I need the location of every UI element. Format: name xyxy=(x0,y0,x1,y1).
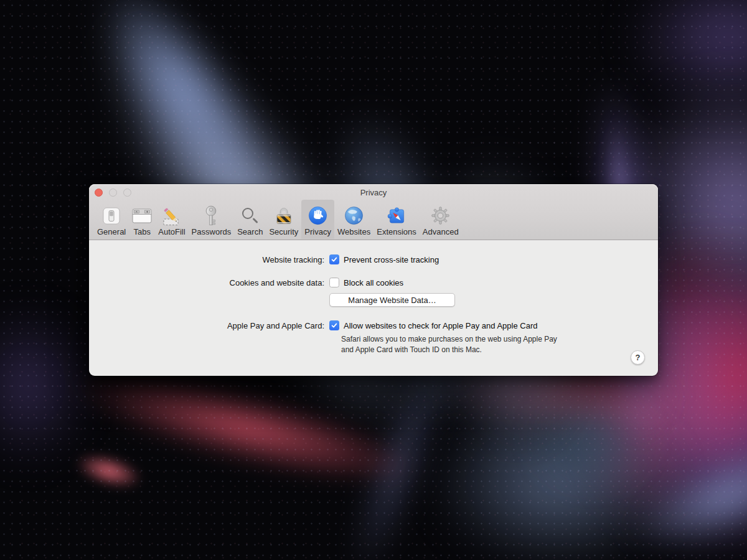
tab-autofill[interactable]: AutoFill xyxy=(155,200,188,239)
cookies-label: Cookies and website data: xyxy=(89,278,324,287)
tab-label: Security xyxy=(269,227,298,236)
tab-passwords[interactable]: Passwords xyxy=(189,200,235,239)
tab-privacy[interactable]: Privacy xyxy=(301,200,334,239)
allow-apple-pay-checkbox[interactable] xyxy=(329,320,339,330)
apple-pay-row: Apple Pay and Apple Card: Allow websites… xyxy=(89,320,658,330)
tabs-icon xyxy=(132,204,152,227)
tab-websites[interactable]: Websites xyxy=(334,200,374,239)
apple-pay-description: Safari allows you to make purchases on t… xyxy=(341,334,591,355)
tab-label: Search xyxy=(237,227,263,236)
prevent-cross-site-tracking-label[interactable]: Prevent cross-site tracking xyxy=(344,255,439,264)
tab-search[interactable]: Search xyxy=(234,200,266,239)
apple-pay-description-line: Safari allows you to make purchases on t… xyxy=(341,334,591,345)
allow-apple-pay-label[interactable]: Allow websites to check for Apple Pay an… xyxy=(344,321,537,330)
tab-general[interactable]: General xyxy=(94,200,129,239)
tab-label: General xyxy=(97,227,126,236)
window-titlebar[interactable]: Privacy xyxy=(89,184,658,200)
privacy-pane: Website tracking: Prevent cross-site tra… xyxy=(89,240,658,376)
manage-website-data-button[interactable]: Manage Website Data… xyxy=(329,293,455,307)
block-all-cookies-checkbox[interactable] xyxy=(329,278,339,287)
block-all-cookies-label[interactable]: Block all cookies xyxy=(344,278,403,287)
tab-security[interactable]: Security xyxy=(266,200,301,239)
search-icon xyxy=(241,204,260,227)
tab-label: Extensions xyxy=(377,227,416,236)
tab-label: Advanced xyxy=(423,227,459,236)
cookies-row: Cookies and website data: Block all cook… xyxy=(89,278,658,287)
tab-label: AutoFill xyxy=(158,227,185,236)
apple-pay-description-line: and Apple Card with Touch ID on this Mac… xyxy=(341,345,591,355)
extensions-icon xyxy=(387,204,406,227)
tab-label: Passwords xyxy=(192,227,232,236)
autofill-icon xyxy=(162,204,182,227)
window-title: Privacy xyxy=(89,184,658,200)
passwords-icon xyxy=(204,204,218,227)
prevent-cross-site-tracking-checkbox[interactable] xyxy=(329,254,339,264)
general-icon xyxy=(102,204,121,227)
privacy-icon xyxy=(308,204,327,227)
help-button[interactable]: ? xyxy=(631,350,645,365)
safari-preferences-window: Privacy General xyxy=(89,184,658,376)
tab-label: Privacy xyxy=(304,227,331,236)
tab-label: Websites xyxy=(337,227,370,236)
manage-website-data-row: Manage Website Data… xyxy=(89,293,658,307)
advanced-icon xyxy=(431,204,450,227)
security-icon xyxy=(275,204,293,227)
preferences-toolbar: General Tabs xyxy=(89,200,658,239)
apple-pay-label: Apple Pay and Apple Card: xyxy=(89,321,324,330)
tab-extensions[interactable]: Extensions xyxy=(374,200,420,239)
websites-icon xyxy=(344,204,364,227)
window-header: Privacy General xyxy=(89,184,658,240)
website-tracking-label: Website tracking: xyxy=(89,255,324,264)
tab-tabs[interactable]: Tabs xyxy=(129,200,155,239)
tab-advanced[interactable]: Advanced xyxy=(420,200,462,239)
website-tracking-row: Website tracking: Prevent cross-site tra… xyxy=(89,254,658,264)
tab-label: Tabs xyxy=(134,227,151,236)
